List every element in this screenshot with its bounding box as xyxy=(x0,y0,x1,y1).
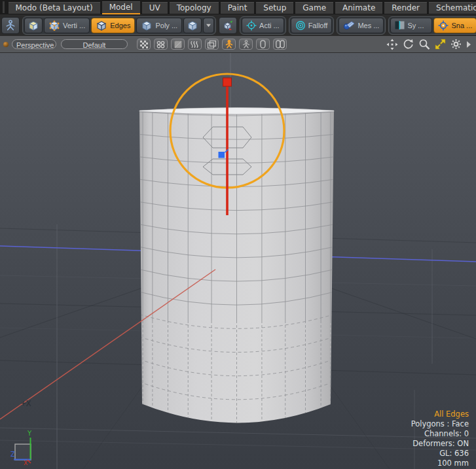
tab-schematic-fusion[interactable]: Schematic Fusion xyxy=(429,2,476,14)
tab-animate[interactable]: Animate xyxy=(335,2,382,14)
falloff-label: Falloff xyxy=(308,22,328,29)
extra-cube-icon xyxy=(187,20,198,31)
deformers-enable-toggle[interactable] xyxy=(222,39,236,50)
orbit-tool-button[interactable] xyxy=(403,39,414,50)
view-type-dropdown[interactable]: Perspective xyxy=(12,39,56,49)
tab-uv[interactable]: UV xyxy=(142,2,168,14)
status-units: 100 mm xyxy=(437,459,469,468)
vertices-cube-icon xyxy=(48,20,60,31)
items-mode-button[interactable] xyxy=(24,18,43,33)
vertices-label: Verti ... xyxy=(63,22,85,29)
status-selection-mode: All Edges xyxy=(434,409,469,419)
polygons-mode-button[interactable]: Poly ... xyxy=(136,18,182,33)
capsule-icon xyxy=(260,40,266,48)
four-dots-icon xyxy=(156,41,165,48)
action-center-icon xyxy=(246,20,257,31)
tab-paint[interactable]: Paint xyxy=(221,2,255,14)
selection-mode-group: Verti ... Edges Poly ... xyxy=(22,16,216,35)
symmetry-label: Sy ... xyxy=(407,22,424,29)
viewport-scene: +X Y Z X All Edges Polygons : Face Chann… xyxy=(0,53,476,469)
snapping-label: Sna ... xyxy=(451,22,472,29)
tab-setup[interactable]: Setup xyxy=(256,2,293,14)
vertex-display-toggle[interactable] xyxy=(154,39,168,50)
viewport-header: Perspective Default xyxy=(0,36,476,53)
figure-active-icon xyxy=(225,40,233,48)
mesh-paint-button[interactable]: Mes ... xyxy=(339,18,384,33)
ghosting-toggle[interactable] xyxy=(205,39,219,50)
pan-icon xyxy=(386,39,398,50)
viewport-settings-button[interactable] xyxy=(450,39,462,50)
status-channels: Channels: 0 xyxy=(424,429,469,438)
falloff-button[interactable]: Falloff xyxy=(291,18,333,33)
snapping-icon xyxy=(438,20,449,31)
maximize-viewport-button[interactable] xyxy=(435,39,446,50)
vertices-mode-button[interactable]: Verti ... xyxy=(44,18,90,33)
actor-icon xyxy=(5,19,16,31)
solid-square-icon xyxy=(174,41,182,48)
double-capsule-toggle[interactable] xyxy=(273,39,287,50)
gizmo-x-label: X xyxy=(24,460,27,466)
status-deformers: Deformers: ON xyxy=(412,439,469,448)
symmetry-button[interactable]: Sy ... xyxy=(390,18,432,33)
mesh-paint-icon xyxy=(343,20,355,31)
gear-icon xyxy=(450,39,462,50)
view-preset-dropdown[interactable]: Default xyxy=(61,39,128,49)
snapping-button[interactable]: Sna ... xyxy=(433,18,476,33)
symmetry-icon xyxy=(395,21,405,29)
tab-topology[interactable]: Topology xyxy=(170,2,219,14)
wireframe-overlay-toggle[interactable] xyxy=(188,39,202,50)
mesh-paint-group: Mes ... xyxy=(337,16,386,35)
action-center-button[interactable]: Acti ... xyxy=(242,18,284,33)
figure-outline-icon xyxy=(242,40,250,48)
viewport-flyout-button[interactable] xyxy=(466,41,471,48)
falloff-icon xyxy=(295,20,306,31)
viewport-3d[interactable]: +X Y Z X All Edges Polygons : Face Chann… xyxy=(0,53,476,469)
viewport-state-dot[interactable] xyxy=(3,42,9,47)
capsule-toggle[interactable] xyxy=(256,39,270,50)
magnifier-icon xyxy=(418,39,430,50)
menubar-drag-handle[interactable] xyxy=(3,1,5,13)
center-pivot-mode-button[interactable] xyxy=(219,17,237,34)
polygons-label: Poly ... xyxy=(155,22,177,29)
overlap-squares-icon xyxy=(208,41,216,48)
polygons-cube-icon xyxy=(141,20,153,31)
tool-handle-red-square[interactable] xyxy=(223,78,232,86)
mode-dropdown-button[interactable] xyxy=(203,18,214,33)
double-capsule-icon xyxy=(276,40,285,48)
pan-tool-button[interactable] xyxy=(386,39,398,50)
menubar: Modo (Beta Layout) Model UV Topology Pai… xyxy=(0,0,476,14)
tab-render[interactable]: Render xyxy=(384,2,427,14)
status-polygons: Polygons : Face xyxy=(411,419,469,428)
maximize-icon xyxy=(435,39,446,50)
cylinder-mesh[interactable] xyxy=(139,108,334,423)
action-center-label: Acti ... xyxy=(259,22,280,29)
checkerboard-icon xyxy=(140,41,148,48)
tab-model[interactable]: Model xyxy=(102,1,140,14)
figure-inactive-toggle[interactable] xyxy=(239,39,253,50)
gizmo-plane-square[interactable] xyxy=(15,444,31,460)
flyout-arrow-icon xyxy=(466,41,471,48)
pivot-cube-icon xyxy=(222,20,234,31)
edges-mode-button[interactable]: Edges xyxy=(91,18,135,33)
toolbar: Verti ... Edges Poly ... xyxy=(0,14,476,36)
zoom-tool-button[interactable] xyxy=(418,39,430,50)
waves-icon xyxy=(191,41,199,48)
tab-game[interactable]: Game xyxy=(295,2,333,14)
modo-window: { "menubar": { "tabs": [ {"label":"Modo … xyxy=(0,0,476,469)
action-center-group: Acti ... xyxy=(240,16,286,35)
shaded-solid-toggle[interactable] xyxy=(171,39,185,50)
shading-texture-toggle[interactable] xyxy=(137,39,151,50)
symmetry-snap-group: Sy ... Sna ... Sele ... xyxy=(388,16,476,35)
viewport-nav-controls xyxy=(386,39,471,50)
chevron-down-icon xyxy=(206,24,211,27)
snap-point-blue-square[interactable] xyxy=(219,152,225,158)
tab-modo-layout[interactable]: Modo (Beta Layout) xyxy=(9,2,100,14)
orbit-icon xyxy=(403,39,414,50)
status-gl: GL: 636 xyxy=(439,449,469,458)
falloff-group: Falloff xyxy=(289,16,335,35)
edges-label: Edges xyxy=(110,22,130,29)
mesh-paint-label: Mes ... xyxy=(357,22,379,29)
edges-cube-icon xyxy=(96,20,107,31)
item-actor-mode-button[interactable] xyxy=(1,17,20,34)
extra-mode-button[interactable] xyxy=(183,18,202,33)
